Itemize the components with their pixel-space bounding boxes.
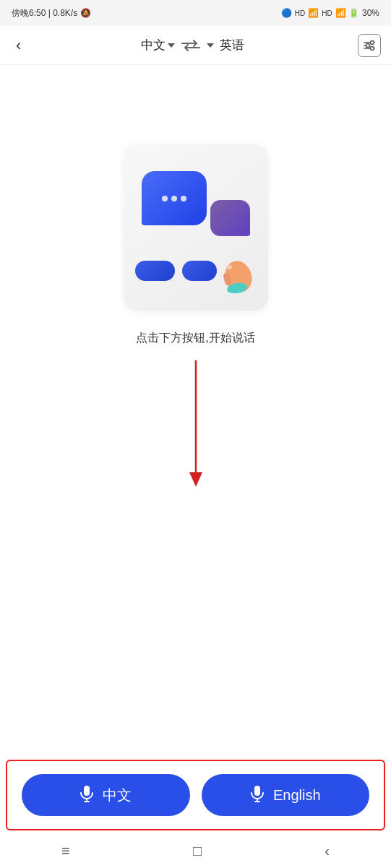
small-chat-bubble: [210, 200, 250, 236]
svg-rect-16: [254, 786, 260, 796]
illus-button-1: [135, 261, 176, 281]
illus-button-2: [182, 261, 216, 281]
source-language-label: 中文: [141, 37, 166, 53]
language-selector-bar: 中文 英语: [141, 37, 244, 53]
english-button-label: English: [273, 787, 321, 804]
svg-rect-13: [84, 786, 90, 796]
chinese-button-label: 中文: [103, 786, 132, 805]
source-language-selector[interactable]: 中文: [141, 37, 175, 53]
svg-marker-12: [189, 472, 202, 487]
target-lang-dropdown-icon: [207, 43, 214, 48]
chinese-language-button[interactable]: 中文: [22, 774, 190, 816]
nav-back-icon[interactable]: ‹: [325, 843, 330, 859]
swap-languages-icon[interactable]: [181, 39, 201, 52]
status-right: 🔵 HD 📶 HD 📶 🔋 30%: [281, 8, 379, 18]
pointing-hand-icon: [217, 255, 257, 298]
svg-point-4: [366, 43, 369, 47]
main-content: 点击下方按钮,开始说话: [0, 65, 391, 490]
instruction-text: 点击下方按钮,开始说话: [136, 331, 254, 346]
svg-point-5: [370, 46, 374, 50]
source-lang-dropdown-icon: [168, 43, 175, 48]
red-down-arrow: [187, 360, 205, 490]
settings-button[interactable]: [358, 34, 381, 57]
nav-menu-icon[interactable]: ≡: [61, 843, 70, 859]
nav-home-icon[interactable]: □: [193, 843, 202, 859]
status-bar: 傍晚6:50 | 0.8K/s 🔕 🔵 HD 📶 HD 📶 🔋 30%: [0, 0, 391, 26]
illustration-card: [124, 144, 268, 311]
svg-point-3: [370, 40, 374, 44]
chinese-mic-icon: [80, 785, 94, 806]
header: ‹ 中文 英语: [0, 26, 391, 65]
english-mic-icon: [250, 785, 265, 806]
illustration-buttons: [135, 255, 257, 287]
bottom-buttons-section: 中文 English: [6, 760, 385, 830]
bubble-dot-2: [171, 196, 177, 201]
bubble-dot-1: [162, 196, 168, 201]
bubble-dot-3: [181, 196, 186, 201]
system-nav-bar: ≡ □ ‹: [0, 833, 391, 868]
english-language-button[interactable]: English: [202, 774, 370, 816]
large-chat-bubble: [142, 171, 207, 225]
chat-bubbles-illustration: [142, 171, 250, 243]
back-button[interactable]: ‹: [10, 33, 27, 58]
target-language-label: 英语: [220, 37, 244, 53]
status-time-network: 傍晚6:50 | 0.8K/s 🔕: [12, 7, 91, 19]
